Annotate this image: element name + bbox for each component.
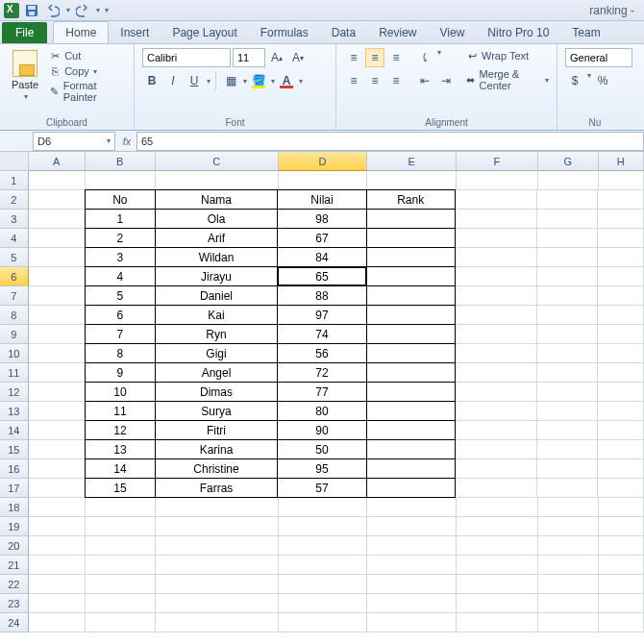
cell-H11[interactable] [598, 363, 644, 383]
row-header-15[interactable]: 15 [0, 440, 29, 459]
paste-dropdown-icon[interactable]: ▾ [23, 92, 28, 101]
cell-A10[interactable] [29, 344, 86, 363]
tab-review[interactable]: Review [367, 22, 428, 43]
align-center-icon[interactable]: ≡ [365, 71, 384, 90]
col-header-C[interactable]: C [156, 152, 279, 171]
col-header-B[interactable]: B [86, 152, 156, 171]
row-header-20[interactable]: 20 [0, 536, 29, 556]
cell-G8[interactable] [537, 306, 598, 325]
cell-C2[interactable]: Nama [155, 189, 279, 210]
cell-G15[interactable] [537, 440, 598, 459]
cell-F22[interactable] [457, 575, 538, 594]
copy-button[interactable]: ⎘Copy▾ [48, 63, 126, 79]
cell-E8[interactable] [366, 305, 456, 325]
cell-D21[interactable] [279, 556, 368, 575]
cell-H21[interactable] [599, 556, 644, 575]
cell-G4[interactable] [537, 229, 598, 248]
cell-D17[interactable]: 57 [277, 478, 366, 498]
cell-B23[interactable] [86, 594, 156, 613]
cell-A11[interactable] [29, 363, 86, 383]
cell-C10[interactable]: Gigi [155, 343, 279, 363]
cell-B12[interactable]: 10 [85, 382, 155, 402]
redo-icon[interactable] [74, 2, 91, 19]
cell-H9[interactable] [598, 325, 644, 344]
cell-D13[interactable]: 80 [277, 401, 366, 421]
cell-F4[interactable] [456, 229, 537, 248]
cell-D3[interactable]: 98 [277, 209, 366, 229]
cell-B19[interactable] [86, 517, 156, 536]
cell-H23[interactable] [599, 594, 644, 613]
increase-indent-icon[interactable]: ⇥ [436, 71, 456, 90]
border-button[interactable]: ▦ [221, 71, 240, 90]
col-header-D[interactable]: D [279, 152, 368, 171]
cell-A19[interactable] [29, 517, 86, 536]
cell-E17[interactable] [366, 478, 456, 498]
cell-C24[interactable] [156, 613, 279, 632]
cell-G12[interactable] [537, 383, 598, 402]
cell-D5[interactable]: 84 [277, 247, 366, 267]
cell-B15[interactable]: 13 [85, 439, 155, 459]
align-bottom-icon[interactable]: ≡ [386, 48, 406, 67]
cell-E10[interactable] [366, 343, 456, 363]
cell-G19[interactable] [538, 517, 599, 536]
cell-H16[interactable] [598, 459, 644, 479]
cell-A8[interactable] [29, 306, 86, 325]
cell-A23[interactable] [29, 594, 86, 613]
cell-C21[interactable] [156, 556, 279, 575]
cell-D22[interactable] [279, 575, 368, 594]
cell-A12[interactable] [29, 383, 86, 402]
cell-G21[interactable] [538, 556, 599, 575]
cell-B14[interactable]: 12 [85, 420, 155, 440]
cell-E4[interactable] [366, 228, 456, 248]
cell-B2[interactable]: No [85, 189, 155, 210]
cell-F12[interactable] [456, 383, 537, 402]
cell-F9[interactable] [456, 325, 537, 344]
cell-H20[interactable] [599, 536, 644, 556]
cell-G14[interactable] [537, 421, 598, 440]
cell-E6[interactable] [366, 266, 456, 286]
cell-D10[interactable]: 56 [277, 343, 366, 363]
cell-D14[interactable]: 90 [277, 420, 366, 440]
cell-A3[interactable] [29, 210, 86, 229]
cell-B22[interactable] [86, 575, 156, 594]
cell-E18[interactable] [367, 498, 457, 517]
row-header-14[interactable]: 14 [0, 421, 29, 440]
cell-B20[interactable] [86, 536, 156, 556]
cell-B8[interactable]: 6 [85, 305, 155, 325]
cell-D12[interactable]: 77 [277, 382, 366, 402]
cell-E23[interactable] [367, 594, 457, 613]
cell-B7[interactable]: 5 [85, 285, 155, 306]
cell-H18[interactable] [599, 498, 644, 517]
cell-D20[interactable] [279, 536, 368, 556]
cell-C17[interactable]: Farras [155, 478, 279, 498]
col-header-H[interactable]: H [599, 152, 644, 171]
cut-button[interactable]: ✂Cut [48, 48, 126, 63]
percent-button[interactable]: % [593, 71, 612, 90]
tab-view[interactable]: View [429, 22, 477, 43]
merge-center-button[interactable]: ⬌Merge & Center▾ [465, 67, 549, 92]
formula-input[interactable]: 65 [136, 132, 644, 151]
align-left-icon[interactable]: ≡ [344, 71, 363, 90]
qat-customize-icon[interactable]: ▾ [104, 6, 109, 14]
row-header-22[interactable]: 22 [0, 575, 29, 594]
cell-C20[interactable] [156, 536, 279, 556]
row-header-11[interactable]: 11 [0, 363, 29, 383]
row-header-23[interactable]: 23 [0, 594, 29, 613]
cell-G10[interactable] [537, 344, 598, 363]
cell-C4[interactable]: Arif [155, 228, 279, 248]
font-size-select[interactable] [233, 48, 265, 67]
font-color-button[interactable]: A [277, 71, 296, 90]
cell-C13[interactable]: Surya [155, 401, 279, 421]
paste-button[interactable]: Paste ▾ [8, 48, 42, 103]
cell-F21[interactable] [457, 556, 538, 575]
cell-D2[interactable]: Nilai [277, 189, 366, 210]
cell-D23[interactable] [279, 594, 368, 613]
decrease-indent-icon[interactable]: ⇤ [415, 71, 434, 90]
cell-F7[interactable] [456, 286, 537, 306]
cell-B17[interactable]: 15 [85, 478, 155, 498]
cell-C3[interactable]: Ola [155, 209, 279, 229]
row-header-3[interactable]: 3 [0, 210, 29, 229]
cell-G1[interactable] [538, 171, 599, 190]
cell-C14[interactable]: Fitri [155, 420, 279, 440]
cell-B1[interactable] [86, 171, 156, 190]
